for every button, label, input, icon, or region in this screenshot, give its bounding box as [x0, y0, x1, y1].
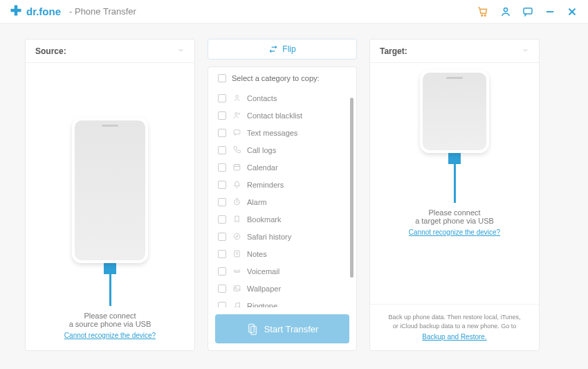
app-subtitle: - Phone Transfer	[69, 6, 136, 17]
minimize-icon[interactable]	[544, 6, 556, 18]
category-item-label: Contacts	[247, 94, 277, 102]
checkbox[interactable]	[218, 146, 226, 154]
user-icon	[232, 93, 241, 103]
svg-point-9	[235, 96, 238, 98]
swap-icon	[268, 44, 278, 54]
select-all-checkbox[interactable]	[218, 74, 226, 82]
backup-restore-link[interactable]: Backup and Restore.	[422, 333, 486, 341]
target-note-2: or iCloud backup data to a new phone. Go…	[393, 323, 517, 330]
source-device-placeholder	[72, 118, 148, 263]
checkbox[interactable]	[218, 129, 226, 137]
voicemail-icon	[232, 267, 241, 276]
category-item-label: Text messages	[247, 129, 297, 137]
category-item-note[interactable]: Notes	[218, 245, 347, 262]
checkbox[interactable]	[218, 267, 226, 276]
checkbox[interactable]	[218, 181, 226, 189]
category-item-label: Safari history	[247, 233, 291, 241]
checkbox[interactable]	[218, 302, 226, 308]
target-note: Back up phone data. Then restore local, …	[370, 304, 539, 351]
brand: dr.fone - Phone Transfer	[10, 4, 136, 19]
target-label: Target:	[380, 46, 407, 56]
category-header[interactable]: Select a category to copy:	[208, 67, 356, 89]
svg-point-25	[237, 270, 239, 272]
svg-rect-27	[234, 286, 240, 291]
category-item-label: Calendar	[247, 163, 278, 172]
category-item-label: Bookmark	[247, 215, 282, 224]
target-msg-1: Please connect	[428, 208, 480, 217]
target-panel: Target: Please connect a target phone vi…	[369, 39, 540, 351]
target-device-placeholder	[420, 70, 489, 153]
source-msg-2: a source phone via USB	[69, 320, 151, 328]
target-note-1: Back up phone data. Then restore local, …	[388, 314, 520, 321]
calendar-icon	[232, 163, 241, 172]
source-help-link[interactable]: Cannot recognize the device?	[64, 332, 156, 339]
category-item-label: Alarm	[247, 198, 267, 206]
svg-rect-5	[524, 8, 532, 13]
category-item-label: Reminders	[247, 181, 284, 189]
feedback-icon[interactable]	[522, 6, 534, 18]
svg-point-30	[238, 307, 239, 307]
category-panel: Select a category to copy: ContactsConta…	[208, 66, 357, 351]
close-icon[interactable]	[566, 6, 578, 18]
target-device-area: Please connect a target phone via USB Ca…	[370, 63, 539, 236]
start-transfer-button[interactable]: Start Transfer	[215, 314, 349, 343]
target-help-link[interactable]: Cannot recognize the device?	[409, 228, 500, 236]
category-item-label: Call logs	[247, 146, 276, 154]
flip-button[interactable]: Flip	[208, 39, 357, 60]
category-item-bookmark[interactable]: Bookmark	[218, 210, 347, 228]
checkbox[interactable]	[218, 215, 226, 224]
category-item-clock[interactable]: Alarm	[218, 193, 347, 210]
category-item-music[interactable]: Ringtone	[218, 297, 347, 307]
source-panel: Source: Please connect a source phone vi…	[25, 39, 195, 351]
checkbox[interactable]	[218, 285, 226, 293]
category-item-label: Wallpaper	[247, 285, 281, 293]
category-item-user-x[interactable]: Contact blacklist	[218, 107, 347, 124]
source-device-area: Please connect a source phone via USB Ca…	[26, 63, 194, 350]
clock-icon	[232, 197, 241, 207]
music-icon	[232, 301, 241, 308]
checkbox[interactable]	[218, 250, 226, 258]
image-icon	[232, 284, 241, 294]
svg-point-19	[234, 233, 240, 240]
note-icon	[232, 249, 241, 259]
category-item-calendar[interactable]: Calendar	[218, 159, 347, 176]
category-item-image[interactable]: Wallpaper	[218, 280, 347, 297]
category-list: ContactsContact blacklistText messagesCa…	[208, 89, 356, 307]
scrollbar[interactable]	[350, 98, 353, 278]
category-item-compass[interactable]: Safari history	[218, 228, 347, 245]
svg-point-24	[234, 270, 236, 272]
source-label: Source:	[35, 46, 66, 56]
svg-rect-21	[234, 251, 239, 257]
svg-rect-14	[234, 165, 240, 170]
svg-point-3	[484, 15, 486, 16]
bell-icon	[232, 180, 241, 190]
compass-icon	[232, 232, 241, 242]
target-msg-2: a target phone via USB	[415, 217, 494, 225]
brand-icon	[10, 4, 22, 19]
chevron-down-icon	[177, 46, 185, 56]
checkbox[interactable]	[218, 198, 226, 206]
cart-icon[interactable]	[477, 6, 490, 18]
user-icon[interactable]	[499, 6, 512, 18]
category-item-user[interactable]: Contacts	[218, 89, 347, 107]
titlebar: dr.fone - Phone Transfer	[0, 0, 588, 24]
svg-point-2	[481, 15, 483, 16]
svg-rect-35	[248, 324, 254, 332]
category-item-message[interactable]: Text messages	[218, 124, 347, 141]
category-item-label: Voicemail	[247, 267, 279, 276]
svg-point-4	[504, 8, 507, 11]
message-icon	[232, 128, 241, 138]
category-item-label: Notes	[247, 250, 267, 258]
checkbox[interactable]	[218, 163, 226, 172]
flip-label: Flip	[282, 44, 295, 54]
category-item-voicemail[interactable]: Voicemail	[218, 262, 347, 280]
category-item-phone[interactable]: Call logs	[218, 141, 347, 159]
checkbox[interactable]	[218, 111, 226, 120]
transfer-icon	[246, 323, 259, 335]
target-header[interactable]: Target:	[370, 39, 539, 63]
category-item-bell[interactable]: Reminders	[218, 176, 347, 193]
checkbox[interactable]	[218, 94, 226, 102]
source-header[interactable]: Source:	[26, 39, 194, 63]
usb-cable-icon	[448, 153, 461, 203]
checkbox[interactable]	[218, 233, 226, 241]
